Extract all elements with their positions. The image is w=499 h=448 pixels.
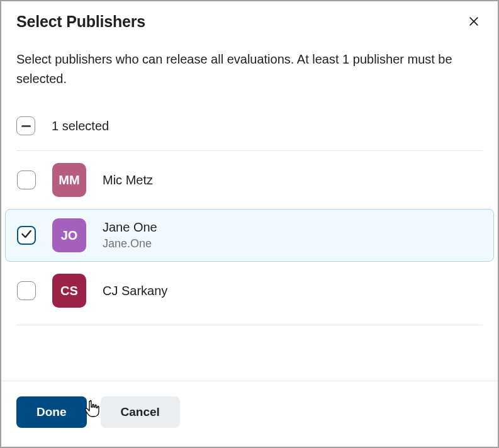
list-item[interactable]: JO Jane One Jane.One bbox=[5, 209, 494, 262]
publisher-name: Mic Metz bbox=[103, 173, 153, 188]
done-button[interactable]: Done bbox=[16, 396, 87, 428]
selection-summary: 1 selected bbox=[1, 89, 498, 150]
publisher-name: CJ Sarkany bbox=[103, 284, 167, 298]
select-publishers-modal: Select Publishers Select publishers who … bbox=[1, 1, 498, 447]
avatar: CS bbox=[52, 274, 86, 308]
publisher-list: MM Mic Metz JO Jane One Jane.One CS bbox=[1, 151, 498, 320]
modal-header: Select Publishers bbox=[1, 1, 498, 32]
checkmark-icon bbox=[20, 228, 33, 243]
modal-title: Select Publishers bbox=[16, 13, 145, 31]
cancel-button[interactable]: Cancel bbox=[101, 396, 180, 428]
publisher-info: CJ Sarkany bbox=[103, 284, 167, 298]
avatar: JO bbox=[52, 218, 86, 252]
publisher-info: Mic Metz bbox=[103, 173, 153, 188]
publisher-checkbox[interactable] bbox=[17, 171, 36, 189]
publisher-checkbox[interactable] bbox=[17, 226, 36, 245]
avatar: MM bbox=[52, 163, 86, 197]
close-icon bbox=[468, 15, 480, 30]
list-item[interactable]: CS CJ Sarkany bbox=[5, 264, 494, 317]
divider bbox=[16, 325, 483, 325]
publisher-checkbox[interactable] bbox=[17, 281, 36, 300]
publisher-name: Jane One bbox=[103, 220, 157, 235]
close-button[interactable] bbox=[465, 13, 483, 32]
indeterminate-icon bbox=[21, 125, 31, 127]
publisher-username: Jane.One bbox=[103, 237, 157, 250]
list-item[interactable]: MM Mic Metz bbox=[5, 154, 494, 206]
selection-count: 1 selected bbox=[52, 119, 109, 133]
publisher-info: Jane One Jane.One bbox=[103, 220, 157, 250]
select-all-checkbox[interactable] bbox=[16, 116, 35, 135]
modal-description: Select publishers who can release all ev… bbox=[1, 32, 498, 89]
modal-footer: Done Cancel bbox=[1, 381, 498, 447]
